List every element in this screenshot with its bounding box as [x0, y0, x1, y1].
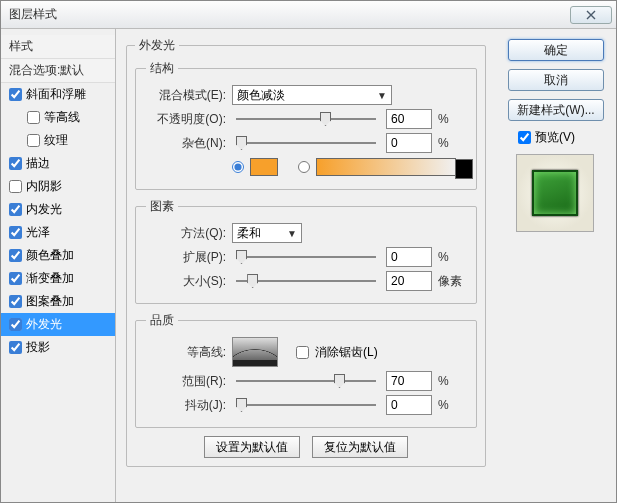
- sidebar-checkbox-0[interactable]: [9, 88, 22, 101]
- sidebar-item-3[interactable]: 描边: [1, 152, 115, 175]
- sidebar-label-11: 投影: [26, 339, 50, 356]
- elements-legend: 图素: [146, 198, 178, 215]
- chevron-down-icon: ▼: [377, 90, 387, 101]
- titlebar: 图层样式: [1, 1, 616, 29]
- range-label: 范围(R):: [146, 373, 226, 390]
- chevron-down-icon: ▼: [461, 162, 471, 173]
- sidebar-label-9: 图案叠加: [26, 293, 74, 310]
- blend-mode-dropdown[interactable]: 颜色减淡 ▼: [232, 85, 392, 105]
- color-radio[interactable]: [232, 161, 244, 173]
- opacity-input[interactable]: 60: [386, 109, 432, 129]
- jitter-label: 抖动(J):: [146, 397, 226, 414]
- sidebar-checkbox-6[interactable]: [9, 226, 22, 239]
- method-dropdown[interactable]: 柔和 ▼: [232, 223, 302, 243]
- spread-unit: %: [438, 250, 466, 264]
- close-button[interactable]: [570, 6, 612, 24]
- quality-group: 品质 等高线: 消除锯齿(L) 范围(R): 70 %: [135, 312, 477, 428]
- antialias-label: 消除锯齿(L): [315, 344, 378, 361]
- chevron-down-icon: ▼: [287, 228, 297, 239]
- sidebar-label-3: 描边: [26, 155, 50, 172]
- quality-legend: 品质: [146, 312, 178, 329]
- sidebar-item-4[interactable]: 内阴影: [1, 175, 115, 198]
- size-slider[interactable]: [236, 271, 376, 291]
- sidebar-label-0: 斜面和浮雕: [26, 86, 86, 103]
- noise-label: 杂色(N):: [146, 135, 226, 152]
- main-panel: 外发光 结构 混合模式(E): 颜色减淡 ▼ 不透明度(O): 60: [116, 29, 496, 502]
- method-value: 柔和: [237, 225, 261, 242]
- blend-mode-value: 颜色减淡: [237, 87, 285, 104]
- dialog-title: 图层样式: [9, 6, 570, 23]
- sidebar-item-8[interactable]: 渐变叠加: [1, 267, 115, 290]
- sidebar-checkbox-1[interactable]: [27, 111, 40, 124]
- spread-input[interactable]: 0: [386, 247, 432, 267]
- sidebar-blend-options[interactable]: 混合选项:默认: [1, 59, 115, 83]
- sidebar-checkbox-3[interactable]: [9, 157, 22, 170]
- jitter-unit: %: [438, 398, 466, 412]
- noise-slider[interactable]: [236, 133, 376, 153]
- sidebar-item-7[interactable]: 颜色叠加: [1, 244, 115, 267]
- sidebar-label-1: 等高线: [44, 109, 80, 126]
- sidebar-item-1[interactable]: 等高线: [1, 106, 115, 129]
- elements-group: 图素 方法(Q): 柔和 ▼ 扩展(P): 0 %: [135, 198, 477, 304]
- size-label: 大小(S):: [146, 273, 226, 290]
- sidebar-checkbox-8[interactable]: [9, 272, 22, 285]
- color-swatch[interactable]: [250, 158, 278, 176]
- contour-picker[interactable]: [232, 337, 278, 367]
- jitter-input[interactable]: 0: [386, 395, 432, 415]
- sidebar-checkbox-7[interactable]: [9, 249, 22, 262]
- structure-legend: 结构: [146, 60, 178, 77]
- preview-thumbnail: [516, 154, 594, 232]
- size-input[interactable]: 20: [386, 271, 432, 291]
- close-icon: [586, 10, 596, 20]
- range-slider[interactable]: [236, 371, 376, 391]
- sidebar-checkbox-11[interactable]: [9, 341, 22, 354]
- sidebar-label-5: 内发光: [26, 201, 62, 218]
- cancel-button[interactable]: 取消: [508, 69, 604, 91]
- default-buttons-row: 设置为默认值 复位为默认值: [135, 436, 477, 458]
- antialias-checkbox[interactable]: [296, 346, 309, 359]
- sidebar-header[interactable]: 样式: [1, 35, 115, 59]
- range-unit: %: [438, 374, 466, 388]
- sidebar-checkbox-9[interactable]: [9, 295, 22, 308]
- contour-label: 等高线:: [146, 344, 226, 361]
- preview-checkbox[interactable]: [518, 131, 531, 144]
- noise-unit: %: [438, 136, 466, 150]
- sidebar-item-9[interactable]: 图案叠加: [1, 290, 115, 313]
- ok-button[interactable]: 确定: [508, 39, 604, 61]
- outer-glow-group: 外发光 结构 混合模式(E): 颜色减淡 ▼ 不透明度(O): 60: [126, 37, 486, 467]
- sidebar-label-10: 外发光: [26, 316, 62, 333]
- sidebar-label-2: 纹理: [44, 132, 68, 149]
- sidebar-item-5[interactable]: 内发光: [1, 198, 115, 221]
- spread-label: 扩展(P):: [146, 249, 226, 266]
- opacity-slider[interactable]: [236, 109, 376, 129]
- sidebar-item-11[interactable]: 投影: [1, 336, 115, 359]
- gradient-radio[interactable]: [298, 161, 310, 173]
- reset-default-button[interactable]: 复位为默认值: [312, 436, 408, 458]
- set-default-button[interactable]: 设置为默认值: [204, 436, 300, 458]
- sidebar-item-10[interactable]: 外发光: [1, 313, 115, 336]
- blend-mode-label: 混合模式(E):: [146, 87, 226, 104]
- noise-input[interactable]: 0: [386, 133, 432, 153]
- opacity-unit: %: [438, 112, 466, 126]
- sidebar-checkbox-4[interactable]: [9, 180, 22, 193]
- sidebar-label-8: 渐变叠加: [26, 270, 74, 287]
- gradient-picker[interactable]: ▼: [316, 158, 456, 176]
- sidebar-item-6[interactable]: 光泽: [1, 221, 115, 244]
- style-sidebar: 样式 混合选项:默认 斜面和浮雕等高线纹理描边内阴影内发光光泽颜色叠加渐变叠加图…: [1, 29, 116, 502]
- spread-slider[interactable]: [236, 247, 376, 267]
- sidebar-label-6: 光泽: [26, 224, 50, 241]
- jitter-slider[interactable]: [236, 395, 376, 415]
- sidebar-checkbox-10[interactable]: [9, 318, 22, 331]
- sidebar-checkbox-5[interactable]: [9, 203, 22, 216]
- structure-group: 结构 混合模式(E): 颜色减淡 ▼ 不透明度(O): 60 %: [135, 60, 477, 190]
- preview-gem-icon: [532, 170, 578, 216]
- sidebar-item-2[interactable]: 纹理: [1, 129, 115, 152]
- range-input[interactable]: 70: [386, 371, 432, 391]
- opacity-label: 不透明度(O):: [146, 111, 226, 128]
- new-style-button[interactable]: 新建样式(W)...: [508, 99, 604, 121]
- size-unit: 像素: [438, 273, 466, 290]
- right-panel: 确定 取消 新建样式(W)... 预览(V): [496, 29, 616, 502]
- sidebar-checkbox-2[interactable]: [27, 134, 40, 147]
- sidebar-item-0[interactable]: 斜面和浮雕: [1, 83, 115, 106]
- preview-label: 预览(V): [535, 129, 575, 146]
